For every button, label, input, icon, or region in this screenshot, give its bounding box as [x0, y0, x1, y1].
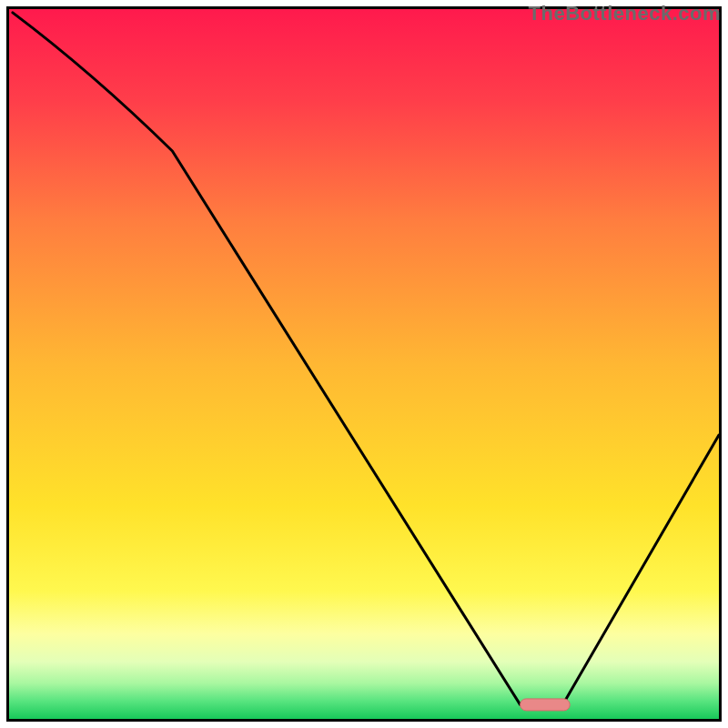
optimal-range-marker	[521, 699, 571, 711]
marker-layer	[9, 9, 719, 719]
plot-frame	[6, 6, 722, 722]
chart-canvas: TheBottleneck.com	[0, 0, 728, 728]
watermark-text: TheBottleneck.com	[529, 2, 721, 25]
